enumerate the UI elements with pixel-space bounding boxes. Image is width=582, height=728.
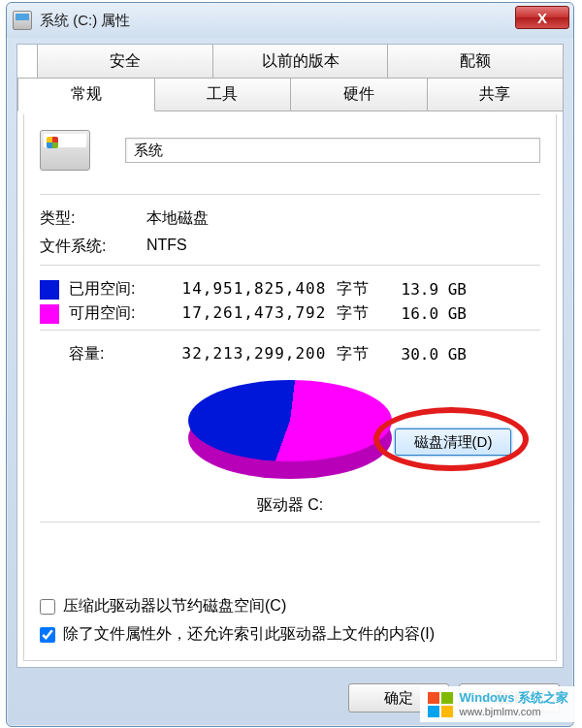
- tab-strip: 安全 以前的版本 配额 常规 工具 硬件 共享: [17, 45, 563, 114]
- watermark: Windows 系统之家 www.bjmlmv.com: [420, 686, 576, 722]
- tab-general[interactable]: 常规: [17, 78, 155, 111]
- content-frame: 安全 以前的版本 配额 常规 工具 硬件 共享 类型: 本地磁盘 文件: [16, 44, 564, 668]
- divider: [40, 265, 540, 266]
- used-bytes: 14,951,825,408 字节: [166, 279, 370, 300]
- index-checkbox-row[interactable]: 除了文件属性外，还允许索引此驱动器上文件的内容(I): [40, 624, 540, 645]
- type-label: 类型:: [40, 208, 146, 229]
- window-title: 系统 (C:) 属性: [40, 12, 130, 30]
- tab-security[interactable]: 安全: [37, 45, 213, 79]
- general-panel: 类型: 本地磁盘 文件系统: NTFS 已用空间: 14,951,825,408…: [23, 114, 557, 661]
- divider: [40, 330, 540, 331]
- compress-checkbox-row[interactable]: 压缩此驱动器以节约磁盘空间(C): [40, 596, 540, 617]
- tab-hardware[interactable]: 硬件: [290, 78, 428, 111]
- tab-tools[interactable]: 工具: [154, 78, 292, 111]
- free-swatch-icon: [40, 304, 59, 324]
- used-gb: 13.9 GB: [370, 280, 467, 299]
- drive-icon: [13, 11, 32, 30]
- index-checkbox[interactable]: [40, 627, 55, 643]
- free-space-row: 可用空间: 17,261,473,792 字节 16.0 GB: [40, 303, 540, 324]
- disk-cleanup-button[interactable]: 磁盘清理(D): [395, 428, 511, 456]
- tab-sharing[interactable]: 共享: [427, 78, 565, 111]
- titlebar[interactable]: 系统 (C:) 属性 X: [7, 3, 573, 38]
- compress-label: 压缩此驱动器以节约磁盘空间(C): [63, 596, 286, 617]
- tab-quota[interactable]: 配额: [387, 45, 564, 79]
- capacity-bytes: 32,213,299,200 字节: [166, 344, 370, 364]
- type-value: 本地磁盘: [146, 208, 209, 229]
- index-label: 除了文件属性外，还允许索引此驱动器上文件的内容(I): [63, 624, 435, 645]
- windows-logo-icon: [428, 692, 453, 717]
- drive-icon-large: [40, 130, 90, 171]
- watermark-site: www.bjmlmv.com: [459, 706, 568, 718]
- properties-dialog: 系统 (C:) 属性 X 安全 以前的版本 配额 常规 工具 硬件 共享: [6, 2, 574, 727]
- divider: [40, 194, 540, 195]
- filesystem-value: NTFS: [146, 237, 187, 257]
- used-label: 已用空间:: [69, 279, 166, 300]
- free-gb: 16.0 GB: [370, 304, 467, 323]
- volume-name-input[interactable]: [125, 138, 540, 163]
- tab-previous-versions[interactable]: 以前的版本: [212, 45, 389, 79]
- used-swatch-icon: [40, 280, 59, 300]
- free-label: 可用空间:: [69, 303, 166, 324]
- used-space-row: 已用空间: 14,951,825,408 字节 13.9 GB: [40, 279, 540, 300]
- capacity-row: 容量: 32,213,299,200 字节 30.0 GB: [40, 344, 540, 364]
- capacity-label: 容量:: [69, 344, 166, 364]
- usage-pie-chart: [188, 380, 392, 487]
- pie-chart-area: 驱动器 C: 磁盘清理(D): [40, 380, 540, 516]
- compress-checkbox[interactable]: [40, 599, 55, 615]
- close-button[interactable]: X: [515, 6, 569, 29]
- watermark-brand: Windows 系统之家: [459, 690, 568, 706]
- free-bytes: 17,261,473,792 字节: [166, 303, 370, 324]
- filesystem-label: 文件系统:: [40, 237, 146, 257]
- drive-letter-label: 驱动器 C:: [40, 495, 540, 516]
- capacity-gb: 30.0 GB: [370, 345, 467, 364]
- divider: [40, 522, 540, 522]
